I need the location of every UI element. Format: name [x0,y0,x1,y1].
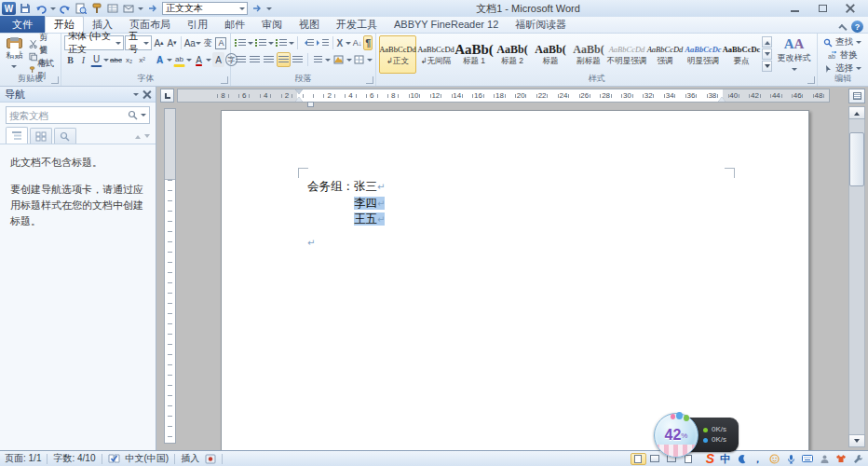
qat-separator-dropdown-icon[interactable] [138,7,143,13]
shrink-font-button[interactable]: A▾ [166,35,178,50]
scroll-up-button[interactable] [848,106,865,119]
paragraph-dialog-launcher[interactable] [366,76,373,84]
style-no-spacing[interactable]: AaBbCcDd↲无间隔 [417,35,454,74]
save-icon[interactable] [19,2,32,15]
show-hide-marks-button[interactable]: ¶ [363,35,373,50]
help-icon[interactable]: ? [851,21,863,33]
soft-keyboard-icon[interactable] [802,453,813,464]
asian-layout-dropdown-icon[interactable] [346,42,351,48]
paste-button[interactable]: 粘贴 [3,35,26,74]
font-color-dropdown-icon[interactable] [206,59,211,64]
settings-wrench-icon[interactable] [852,453,863,464]
undo-dropdown-icon[interactable] [50,7,56,13]
superscript-button[interactable]: x² [136,52,148,67]
proofing-icon[interactable] [108,453,120,464]
nav-tab-pages[interactable] [30,128,52,144]
underline-button[interactable]: U [90,52,102,67]
multilevel-list-button[interactable] [275,35,288,50]
bullets-dropdown-icon[interactable] [248,42,253,48]
vertical-ruler[interactable] [164,108,176,444]
clipboard-dialog-launcher[interactable] [51,76,59,84]
nav-next-icon[interactable] [144,134,150,141]
character-border-button[interactable]: A [215,35,227,50]
doc-line-2[interactable]: 李四↵ [307,196,385,212]
selected-text[interactable]: 李四↵ [354,197,385,210]
skin-tshirt-icon[interactable] [835,453,847,464]
word-count[interactable]: 字数: 4/10 [53,452,95,465]
tab-foxit[interactable]: 福昕阅读器 [507,16,575,33]
style-intense-emphasis[interactable]: AaBbCcDc明显强调 [685,35,722,74]
print-layout-view-button[interactable] [631,453,646,465]
scrollbar-track[interactable] [848,119,865,434]
nav-tab-headings[interactable] [6,127,28,144]
punctuation-toggle[interactable]: ， [753,455,763,463]
doc-end-paragraph[interactable]: ↵ [225,235,385,252]
emoji-icon[interactable] [768,453,780,464]
tab-file[interactable]: 文件 [0,16,45,33]
subscript-button[interactable]: x₂ [123,52,135,67]
tab-abbyy[interactable]: ABBYY FineReader 12 [386,16,507,33]
search-icon[interactable] [128,110,138,120]
word-logo-icon[interactable]: W [2,2,16,15]
navigation-options-icon[interactable] [133,93,139,99]
underline-dropdown-icon[interactable] [103,59,109,64]
grow-font-button[interactable]: A▴ [153,35,165,50]
style-subtitle[interactable]: AaBb(副标题 [570,35,607,74]
voice-input-icon[interactable] [785,453,796,464]
font-dialog-launcher[interactable] [221,76,228,84]
redo-icon[interactable] [59,2,72,15]
qat-style-combo[interactable]: 正文文本 [162,2,248,15]
styles-dialog-launcher[interactable] [807,76,815,84]
format-painter-icon[interactable] [90,2,103,15]
macro-record-icon[interactable] [205,454,216,464]
horizontal-ruler[interactable]: 8642 2468101214161820222426283032343638 … [177,89,830,103]
highlight-dropdown-icon[interactable] [186,59,192,64]
ruler-toggle-button[interactable] [848,89,865,103]
justify-button[interactable] [277,52,290,67]
increase-indent-button[interactable] [316,35,330,50]
bold-button[interactable]: B [64,52,76,67]
tab-mailings[interactable]: 邮件 [216,16,253,33]
numbering-dropdown-icon[interactable] [268,42,274,48]
scroll-down-button[interactable] [848,434,865,447]
nav-tab-results[interactable] [54,128,76,144]
asian-layout-button[interactable]: X [335,35,345,50]
text-effects-dropdown-icon[interactable] [167,59,172,64]
scrollbar-thumb[interactable] [849,132,864,186]
multilevel-dropdown-icon[interactable] [289,42,294,48]
tab-references[interactable]: 引用 [179,16,216,33]
style-subtle-emphasis[interactable]: AaBbCcDd不明显强调 [608,35,645,74]
change-styles-button[interactable]: AA 更改样式 [774,35,814,74]
navigation-close-icon[interactable] [142,90,151,99]
document-text[interactable]: 会务组：张三↵ 李四↵ 王五↵ ↵ [307,179,385,251]
borders-button[interactable] [353,52,366,67]
search-input[interactable] [9,110,125,121]
styles-scroll-down-button[interactable] [762,48,772,60]
decrease-indent-button[interactable] [301,35,315,50]
apply-style-arrow2-icon[interactable] [251,2,264,15]
tab-view[interactable]: 视图 [291,16,328,33]
borders-dropdown-icon[interactable] [367,59,373,64]
align-left-button[interactable] [234,52,247,67]
document-page[interactable]: 会务组：张三↵ 李四↵ 王五↵ ↵ [221,110,809,450]
strikethrough-button[interactable]: abc [110,52,122,67]
align-right-button[interactable] [263,52,276,67]
style-heading1[interactable]: AaBb(标题 1 [455,35,493,74]
bullets-button[interactable] [234,35,247,50]
style-normal[interactable]: AaBbCcDd↲正文 [379,35,416,74]
distribute-button[interactable] [292,52,305,67]
page-indicator[interactable]: 页面: 1/1 [5,452,41,465]
search-dropdown-icon[interactable] [141,114,146,119]
doc-line-1[interactable]: 会务组：张三↵ [307,179,385,196]
line-spacing-button[interactable] [311,52,324,67]
minimize-ribbon-icon[interactable] [838,23,847,32]
doc-line-3[interactable]: 王五↵ [307,212,385,228]
minimize-button[interactable] [784,3,805,15]
style-strong[interactable]: AaBbCcDc要点 [723,35,760,74]
nav-prev-icon[interactable] [135,132,141,139]
text-highlight-button[interactable]: ab [173,52,185,67]
email-icon[interactable] [122,2,135,15]
numbering-button[interactable] [254,35,267,50]
language-indicator[interactable]: 中文(中国) [126,452,170,465]
text-effects-button[interactable]: A [154,52,166,67]
